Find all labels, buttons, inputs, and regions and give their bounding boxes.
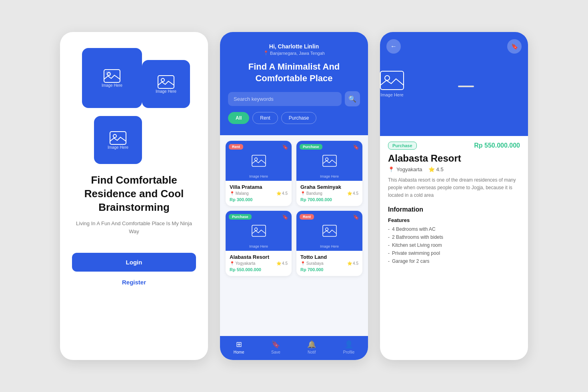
property-city-1: 📍 Malang (230, 191, 249, 196)
home-icon: ⊞ (236, 340, 242, 349)
svg-rect-5 (110, 132, 126, 144)
img-label-4: Image Here (320, 244, 339, 248)
back-button[interactable]: ← (386, 39, 401, 54)
feature-dash-1: - (388, 226, 390, 232)
property-info-4: Totto Land 📍 Surabaya ⭐ 4.5 Rp 700.000 (296, 251, 362, 276)
search-button[interactable]: 🔍 (345, 91, 360, 106)
property-card-villa-pratama[interactable]: Rent 🔖 Image Here Villa Pratama 📍 Malang… (226, 141, 292, 206)
filter-purchase-button[interactable]: Purchase (281, 112, 317, 124)
bookmark-icon-3[interactable]: 🔖 (282, 214, 288, 220)
property-name-1: Villa Pratama (230, 184, 288, 190)
search-input[interactable] (228, 92, 342, 106)
property-rating-2: ⭐ 4.5 (347, 191, 358, 196)
detail-body: Purchase Rp 550.000.000 Alabasta Resort … (380, 136, 528, 360)
svg-point-8 (254, 158, 257, 161)
property-info-1: Villa Pratama 📍 Malang ⭐ 4.5 Rp 300.000 (226, 181, 292, 206)
feature-dash-5: - (388, 258, 390, 264)
prop-loc-row-1: 📍 Malang ⭐ 4.5 (230, 191, 288, 196)
collage-image-2-label: Image Here (156, 89, 176, 94)
search-row: 🔍 (228, 91, 360, 106)
svg-rect-15 (380, 71, 404, 90)
property-rating-4: ⭐ 4.5 (347, 261, 358, 266)
rent-badge-1: Rent (229, 144, 243, 150)
nav-home[interactable]: ⊞ Home (234, 340, 244, 354)
feature-item-2: - 2 Bathrooms with bidets (388, 234, 520, 240)
feature-item-5: - Garage for 2 cars (388, 258, 520, 264)
img-label-1: Image Here (249, 174, 268, 178)
detail-rating: ⭐ 4.5 (428, 166, 444, 172)
property-city-3: 📍 Yogyakarta (230, 261, 255, 266)
property-image-3: Purchase 🔖 Image Here (226, 211, 292, 251)
bottom-navigation: ⊞ Home 🔖 Save 🔔 Notif 👤 Profile (220, 336, 368, 360)
detail-screen: ← 🔖 Image Here Purchase Rp 550.000.000 A… (380, 32, 528, 360)
nav-notif[interactable]: 🔔 Notif (307, 340, 316, 354)
property-grid: Rent 🔖 Image Here Villa Pratama 📍 Malang… (226, 141, 362, 276)
detail-info-section-title: Information (388, 206, 520, 213)
location-text: 📍 Banjarnegara, Jawa Tengah (228, 50, 360, 56)
bookmark-icon-2[interactable]: 🔖 (353, 144, 359, 150)
nav-profile-label: Profile (343, 350, 354, 354)
detail-location-text: Yogyakarta (396, 166, 422, 172)
collage-image-2: Image Here (142, 60, 190, 108)
bookmark-icon-1[interactable]: 🔖 (282, 144, 288, 150)
prop-loc-row-2: 📍 Bandung ⭐ 4.5 (300, 191, 358, 196)
property-price-2: Rp 700.000.000 (300, 197, 358, 202)
detail-price: Rp 550.000.000 (474, 142, 520, 149)
detail-rating-value: 4.5 (436, 166, 444, 172)
property-price-3: Rp 550.000.000 (230, 267, 288, 272)
notif-icon: 🔔 (307, 340, 316, 349)
feature-dash-2: - (388, 234, 390, 240)
filter-all-button[interactable]: All (228, 112, 249, 124)
greeting-text: Hi, Charlotte Linlin (228, 43, 360, 50)
detail-img-label: Image Here (380, 92, 403, 97)
property-name-3: Alabasta Resort (230, 254, 288, 260)
svg-point-16 (385, 76, 390, 80)
detail-features-title: Features (388, 217, 520, 223)
purchase-badge-2: Purchase (300, 144, 322, 150)
nav-profile[interactable]: 👤 Profile (343, 340, 354, 354)
svg-point-6 (113, 134, 116, 138)
property-city-4: 📍 Surabaya (300, 261, 324, 266)
scroll-indicator (458, 86, 474, 87)
rent-badge-4: Rent (300, 214, 314, 220)
svg-rect-9 (323, 155, 336, 166)
property-info-3: Alabasta Resort 📍 Yogyakarta ⭐ 4.5 Rp 55… (226, 251, 292, 276)
property-price-1: Rp 300.000 (230, 197, 288, 202)
property-card-alabasta-resort[interactable]: Purchase 🔖 Image Here Alabasta Resort 📍 … (226, 211, 292, 276)
collage-image-3-label: Image Here (108, 145, 128, 150)
property-name-4: Totto Land (300, 254, 358, 260)
filter-rent-button[interactable]: Rent (252, 112, 278, 124)
property-price-4: Rp 700.000 (300, 267, 358, 272)
property-rating-3: ⭐ 4.5 (276, 261, 288, 266)
detail-description: This Alabasta resort is one of the dream… (388, 176, 520, 200)
svg-rect-11 (252, 225, 266, 236)
detail-header: ← 🔖 Image Here (380, 32, 528, 136)
property-card-graha-seminyak[interactable]: Purchase 🔖 Image Here Graha Seminyak 📍 B… (296, 141, 362, 206)
collage-container: Image Here Image Here Image Here (78, 48, 190, 164)
property-image-4: Rent 🔖 Image Here (296, 211, 362, 251)
feature-text-2: 2 Bathrooms with bidets (392, 234, 443, 240)
home-header: Hi, Charlotte Linlin 📍 Banjarnegara, Jaw… (220, 32, 368, 135)
collage-image-3: Image Here (94, 116, 142, 164)
feature-text-4: Private swimming pool (392, 250, 440, 256)
detail-star-icon: ⭐ (428, 166, 435, 172)
login-button[interactable]: Login (72, 253, 196, 272)
property-image-2: Purchase 🔖 Image Here (296, 141, 362, 181)
bookmark-icon-4[interactable]: 🔖 (353, 214, 359, 220)
back-arrow-icon: ← (390, 43, 397, 50)
onboarding-screen: Image Here Image Here Image Here Find Co… (60, 32, 208, 360)
svg-rect-7 (252, 155, 266, 166)
property-card-totto-land[interactable]: Rent 🔖 Image Here Totto Land 📍 Surabaya … (296, 211, 362, 276)
detail-bookmark-button[interactable]: 🔖 (507, 39, 522, 54)
detail-title: Alabasta Resort (388, 153, 520, 164)
nav-save[interactable]: 🔖 Save (271, 340, 280, 354)
prop-loc-row-4: 📍 Surabaya ⭐ 4.5 (300, 261, 358, 266)
filter-row: All Rent Purchase (228, 112, 360, 124)
search-icon: 🔍 (348, 95, 356, 103)
property-image-1: Rent 🔖 Image Here (226, 141, 292, 181)
nav-save-label: Save (271, 350, 280, 354)
save-icon: 🔖 (271, 340, 280, 349)
register-button[interactable]: Register (122, 279, 146, 286)
onboarding-subtitle: Living In A Fun And Comfortable Place Is… (72, 220, 196, 235)
feature-text-3: Kitchen set Living room (392, 242, 442, 248)
